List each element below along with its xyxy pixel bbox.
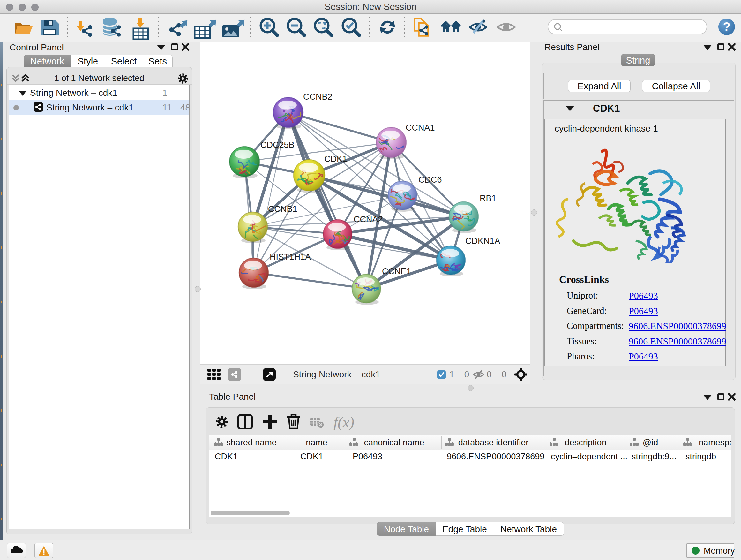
svg-text:CDKN1A: CDKN1A [465,236,500,246]
svg-text:CCNA2: CCNA2 [354,214,383,224]
svg-text:HIST1H1A: HIST1H1A [270,252,311,262]
svg-text:CCNB2: CCNB2 [303,92,333,102]
svg-text:CDC6: CDC6 [418,175,442,185]
svg-text:CDC25B: CDC25B [260,140,294,150]
svg-text:RB1: RB1 [480,193,496,203]
svg-text:CDK1: CDK1 [324,154,347,164]
svg-text:CCNA1: CCNA1 [406,123,435,132]
svg-text:CCNB1: CCNB1 [268,204,297,214]
svg-text:CCNE1: CCNE1 [382,266,411,276]
